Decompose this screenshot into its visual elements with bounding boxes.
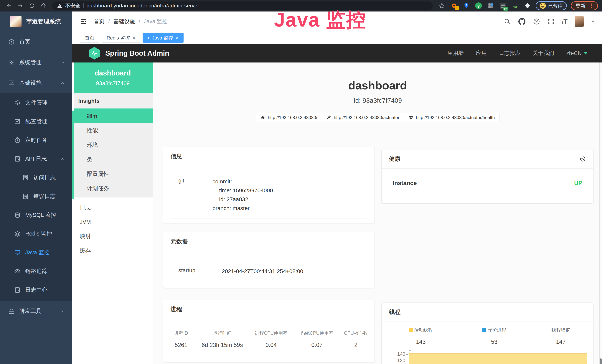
instance-menu-logs[interactable]: 日志 (72, 200, 153, 214)
bookmark-star-icon[interactable] (438, 2, 446, 10)
instance-links: http://192.168.0.2:48080/ http://192.168… (153, 113, 602, 122)
service-url-button[interactable]: http://192.168.0.2:48080/ (256, 113, 322, 122)
sba-nav-journal[interactable]: 日志报表 (499, 50, 520, 57)
font-size-icon[interactable]: tT (562, 18, 568, 25)
instance-menu-jvm[interactable]: JVM (72, 214, 153, 229)
address-bar[interactable]: 不安全 dashboard.yudao.iocoder.cn/infra/adm… (52, 1, 433, 10)
reload-icon[interactable] (27, 1, 37, 10)
system-cpu-value: 0.07 (294, 342, 340, 348)
content-scrollbar[interactable] (599, 63, 602, 364)
sidebar-item-config-management[interactable]: 配置管理 (0, 112, 72, 131)
instance-detail-panel: dashboard Id: 93a3fc7f7409 http://192.16… (153, 63, 602, 364)
instance-menu-config-props[interactable]: 配置属性 (72, 167, 153, 181)
browser-extensions-area: 1 y on 已暂停 更新 ⋮ (438, 1, 598, 10)
sidebar-collapse-icon[interactable] (80, 18, 87, 25)
app-logo-row[interactable]: 芋道管理系统 (0, 11, 72, 32)
sidebar-item-infrastructure[interactable]: 基础设施 (0, 73, 72, 93)
forward-icon[interactable] (16, 1, 25, 10)
sidebar-item-label: 日志中心 (25, 286, 47, 294)
instance-menu-metrics[interactable]: 性能 (72, 123, 153, 138)
instance-menu-environment[interactable]: 环境 (72, 138, 153, 152)
user-avatar[interactable] (575, 16, 584, 27)
sba-nav-applications[interactable]: 应用 (476, 50, 487, 57)
extension-grid-icon[interactable] (487, 2, 495, 10)
cpu-cores-value: 2 (340, 342, 372, 348)
process-col-header: 进程CPU使用率 (248, 330, 294, 336)
sba-logo-icon[interactable] (89, 47, 100, 60)
sidebar-item-scheduled-jobs[interactable]: 定时任务 (0, 131, 72, 150)
history-icon[interactable] (580, 156, 586, 162)
on-badge: on (503, 7, 508, 11)
help-icon[interactable] (533, 18, 540, 25)
paused-extension-pill[interactable]: 已暂停 (536, 1, 567, 10)
scrollbar-thumb[interactable] (600, 358, 602, 364)
instance-menu-scheduled-tasks[interactable]: 计划任务 (72, 181, 153, 196)
sba-nav: 应用墙 应用 日志报表 关于我们 zh-CN (448, 50, 588, 57)
extensions-puzzle-icon[interactable] (523, 2, 532, 10)
sidebar-item-api-logs[interactable]: API 日志 (0, 150, 72, 168)
instance-header[interactable]: dashboard 93a3fc7f7409 (72, 63, 153, 93)
instance-menu-caches[interactable]: 缓存 (72, 244, 153, 258)
process-cpu-value: 0.04 (248, 342, 294, 348)
sba-language-value: zh-CN (566, 50, 582, 56)
sidebar-item-label: 访问日志 (33, 174, 56, 181)
sidebar-item-java-monitor[interactable]: Java 监控 (0, 243, 72, 262)
sidebar-item-redis-monitor[interactable]: Redis 监控 (0, 224, 72, 243)
sidebar-item-label: 首页 (19, 38, 30, 46)
sidebar-item-error-logs[interactable]: 错误日志 (0, 187, 72, 206)
sidebar-item-tracing[interactable]: 链路追踪 (0, 262, 72, 280)
sidebar-item-home[interactable]: 首页 (0, 32, 72, 52)
instance-menu-details[interactable]: 细节 (72, 108, 153, 123)
process-table: 进程ID 5261 运行时间 6d 23h 15m 59s 进程CPU使用率 0… (163, 319, 375, 348)
github-icon[interactable] (518, 18, 526, 25)
page-title: dashboard (153, 79, 602, 92)
actuator-url-button[interactable]: http://192.168.0.2:48080/actuator (322, 113, 404, 122)
sba-brand-title[interactable]: Spring Boot Admin (105, 49, 169, 57)
sidebar-item-system[interactable]: 系统管理 (0, 52, 72, 73)
extension-green-y-icon[interactable]: y (474, 2, 483, 10)
threads-daemon-value: 53 (460, 339, 528, 345)
browser-update-button[interactable]: 更新 ⋮ (571, 1, 598, 10)
sba-nav-about[interactable]: 关于我们 (533, 50, 554, 57)
extension-pin-icon[interactable] (462, 2, 470, 10)
tab-java-monitor[interactable]: Java 监控 × (143, 33, 183, 43)
sba-language-select[interactable]: zh-CN (566, 50, 588, 56)
omnibox-divider (83, 3, 84, 8)
tab-home[interactable]: 首页 (80, 33, 99, 43)
chevron-down-icon (584, 52, 588, 54)
breadcrumb-item-infrastructure[interactable]: 基础设施 (113, 18, 135, 25)
metadata-startup-row: startup 2021-04-27T00:44:31.254+08:00 (171, 260, 367, 282)
close-icon[interactable]: × (176, 35, 179, 40)
sidebar-item-mysql-monitor[interactable]: MySQL 监控 (0, 206, 72, 224)
user-menu-caret-icon[interactable] (591, 21, 595, 23)
fullscreen-icon[interactable] (548, 18, 555, 25)
extension-orange-icon[interactable]: 1 (450, 2, 458, 10)
git-time-line: time: 1596289704000 (213, 186, 273, 195)
sidebar-item-dev-tools[interactable]: 研发工具 (0, 301, 72, 321)
security-label[interactable]: 不安全 (65, 2, 80, 9)
instance-sidebar-scrollbar[interactable] (72, 63, 74, 364)
health-url-button[interactable]: http://192.168.0.2:48080/actuator/health (404, 113, 499, 122)
sidebar-item-label: Java 监控 (25, 249, 50, 256)
url-text[interactable]: dashboard.yudao.iocoder.cn/infra/admin-s… (86, 3, 199, 9)
instance-menu-classes[interactable]: 类 (72, 152, 153, 167)
sidebar-item-access-logs[interactable]: 访问日志 (0, 168, 72, 187)
back-icon[interactable] (4, 1, 14, 10)
sba-nav-wallboard[interactable]: 应用墙 (448, 50, 464, 57)
search-icon[interactable] (504, 18, 511, 25)
extension-on-badge-icon[interactable]: on (499, 2, 507, 10)
home-icon[interactable] (39, 1, 48, 10)
warning-icon (57, 3, 62, 8)
instance-menu-mappings[interactable]: 映射 (72, 229, 153, 244)
extension-sprout-icon[interactable] (511, 2, 519, 10)
scrollbar-thumb[interactable] (72, 110, 74, 199)
health-card: 健康 Instance UP (382, 150, 593, 203)
page-tabs: 首页 Redis 监控 × Java 监控 × (72, 32, 602, 44)
breadcrumb-item-home[interactable]: 首页 (94, 18, 105, 25)
y-axis-line (409, 351, 409, 364)
sidebar-item-log-center[interactable]: 日志中心 (0, 280, 72, 299)
sidebar-item-file-management[interactable]: 文件管理 (0, 93, 72, 112)
browser-menu-dots-icon[interactable]: ⋮ (589, 3, 594, 9)
tab-redis-monitor[interactable]: Redis 监控 × (102, 33, 140, 43)
close-icon[interactable]: × (133, 35, 135, 40)
